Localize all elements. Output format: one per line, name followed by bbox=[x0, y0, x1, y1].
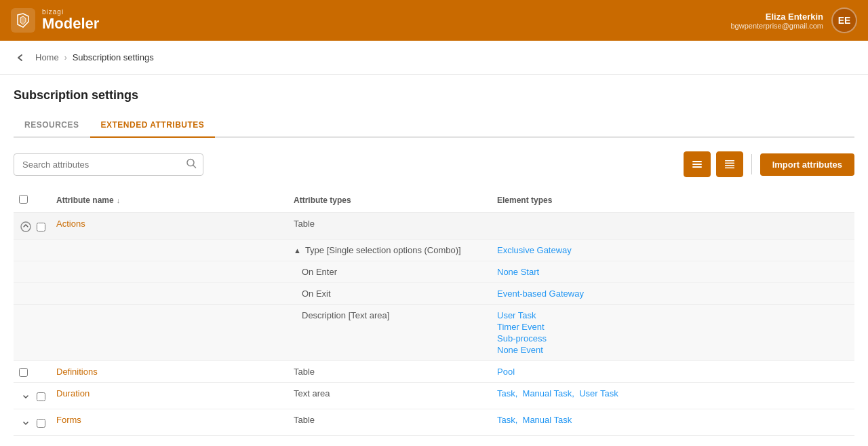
table-row: ▲ Type [Single selection options (Combo)… bbox=[14, 240, 854, 261]
compact-view-icon bbox=[724, 158, 736, 170]
table-row: Forms Table Task, Manual Task bbox=[14, 409, 854, 436]
page-title: Subscription settings bbox=[14, 88, 854, 103]
brand-area: bizagi Modeler bbox=[11, 8, 99, 33]
table-header-row: Attribute name ↓ Attribute types Element… bbox=[14, 188, 854, 213]
brand-text: bizagi Modeler bbox=[42, 8, 99, 32]
user-name: Eliza Enterkin bbox=[730, 12, 823, 22]
svg-rect-5 bbox=[692, 166, 702, 168]
toolbar-divider bbox=[751, 154, 752, 174]
back-arrow-icon bbox=[15, 52, 26, 63]
definitions-checkbox[interactable] bbox=[19, 368, 28, 377]
sort-arrow-icon: ↓ bbox=[117, 196, 121, 204]
list-view-button[interactable] bbox=[684, 151, 711, 177]
actions-elements-cell bbox=[492, 213, 854, 240]
svg-rect-6 bbox=[725, 160, 734, 162]
tabs: RESOURCES EXTENDED ATTRIBUTES bbox=[14, 113, 854, 138]
tab-extended-attributes[interactable]: EXTENDED ATTRIBUTES bbox=[90, 113, 216, 138]
breadcrumb-bar: Home › Subscription settings bbox=[0, 41, 868, 75]
tab-resources[interactable]: RESOURCES bbox=[14, 113, 90, 138]
search-input[interactable] bbox=[14, 153, 203, 176]
table-row: Description [Text area] User Task Timer … bbox=[14, 305, 854, 361]
svg-rect-9 bbox=[725, 168, 734, 169]
actions-expand-icon[interactable] bbox=[19, 220, 33, 234]
svg-rect-4 bbox=[692, 164, 702, 165]
avatar[interactable]: EE bbox=[831, 7, 857, 33]
user-info: Eliza Enterkin bgwpenterprise@gmail.com bbox=[730, 12, 823, 30]
select-all-checkbox[interactable] bbox=[19, 195, 28, 204]
top-navigation: bizagi Modeler Eliza Enterkin bgwpenterp… bbox=[0, 0, 868, 41]
forms-expand-icon[interactable] bbox=[19, 416, 33, 430]
svg-rect-8 bbox=[725, 165, 734, 166]
actions-type-cell: Table bbox=[288, 213, 492, 240]
brand-small: bizagi bbox=[42, 8, 99, 16]
table-row: Actions Table bbox=[14, 213, 854, 240]
brand-large: Modeler bbox=[42, 16, 99, 32]
list-view-icon bbox=[691, 158, 703, 170]
svg-rect-7 bbox=[725, 163, 734, 164]
table-row: Duration Text area Task, Manual Task, Us… bbox=[14, 383, 854, 409]
search-icon bbox=[186, 158, 197, 171]
table-row: On Exit Event-based Gateway bbox=[14, 283, 854, 305]
main-content: Subscription settings RESOURCES EXTENDED… bbox=[0, 75, 868, 436]
header-attribute-types: Attribute types bbox=[288, 188, 492, 213]
svg-line-2 bbox=[193, 166, 196, 168]
table-row: On Enter None Start bbox=[14, 261, 854, 283]
toolbar-right: Import attributes bbox=[684, 151, 854, 177]
definitions-name-link[interactable]: Definitions bbox=[56, 367, 98, 377]
header-element-types: Element types bbox=[492, 188, 854, 213]
forms-name-link[interactable]: Forms bbox=[56, 415, 81, 425]
duration-expand-icon[interactable] bbox=[19, 390, 33, 403]
breadcrumb-home[interactable]: Home bbox=[35, 52, 59, 62]
search-container bbox=[14, 153, 203, 176]
avatar-initials: EE bbox=[838, 15, 851, 26]
user-area: Eliza Enterkin bgwpenterprise@gmail.com … bbox=[730, 7, 857, 33]
svg-point-10 bbox=[21, 222, 31, 231]
table-row: Definitions Table Pool bbox=[14, 361, 854, 383]
actions-checkbox[interactable] bbox=[37, 223, 45, 231]
breadcrumb-separator: › bbox=[64, 53, 67, 62]
duration-name-link[interactable]: Duration bbox=[56, 388, 90, 398]
toolbar: Import attributes bbox=[14, 151, 854, 177]
actions-name-link[interactable]: Actions bbox=[56, 219, 85, 229]
user-email: bgwpenterprise@gmail.com bbox=[730, 22, 823, 30]
actions-expand-cell bbox=[14, 213, 51, 240]
forms-checkbox[interactable] bbox=[37, 419, 45, 428]
import-attributes-button[interactable]: Import attributes bbox=[760, 153, 854, 176]
actions-name-cell: Actions bbox=[51, 213, 288, 240]
breadcrumb-current: Subscription settings bbox=[73, 52, 154, 62]
bizagi-logo-icon bbox=[11, 8, 35, 33]
svg-rect-3 bbox=[692, 161, 702, 162]
compact-view-button[interactable] bbox=[716, 151, 743, 177]
attributes-table: Attribute name ↓ Attribute types Element… bbox=[14, 188, 854, 436]
back-button[interactable] bbox=[11, 48, 30, 67]
duration-checkbox[interactable] bbox=[37, 392, 45, 401]
header-attribute-name: Attribute name ↓ bbox=[51, 188, 288, 213]
type-collapse-icon[interactable]: ▲ bbox=[294, 246, 301, 255]
header-checkbox-col bbox=[14, 188, 51, 213]
